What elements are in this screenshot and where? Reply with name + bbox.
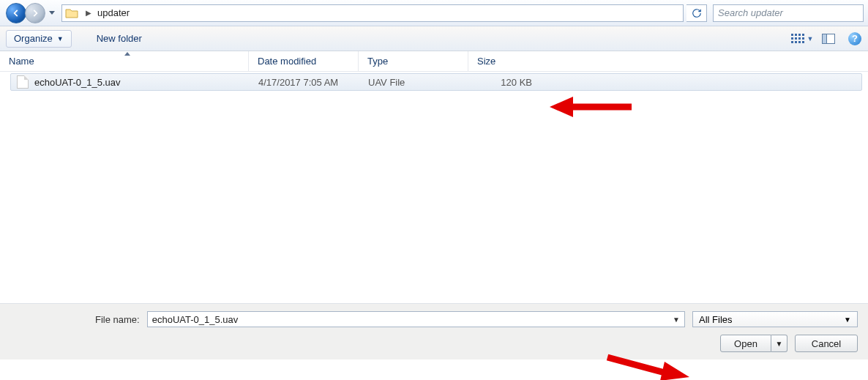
nav-history-buttons xyxy=(6,3,59,23)
file-name: echoUAT-0_1_5.uav xyxy=(34,77,121,88)
help-button[interactable]: ? xyxy=(848,31,862,46)
navigation-bar: ▶ updater Search updater xyxy=(0,0,868,26)
preview-pane-button[interactable] xyxy=(821,31,836,46)
file-list[interactable]: echoUAT-0_1_5.uav 4/17/2017 7:05 AM UAV … xyxy=(0,72,868,303)
chevron-down-icon: ▼ xyxy=(844,316,851,324)
file-size: 120 KB xyxy=(469,77,532,88)
chevron-down-icon[interactable]: ▼ xyxy=(673,316,680,324)
file-type-filter[interactable]: All Files ▼ xyxy=(692,311,858,327)
help-icon: ? xyxy=(848,32,861,45)
new-folder-button[interactable]: New folder xyxy=(89,33,149,44)
refresh-button[interactable] xyxy=(686,4,707,22)
chevron-right-icon: ▶ xyxy=(86,9,91,17)
preview-pane-icon xyxy=(822,34,835,44)
command-bar: Organize ▼ New folder ▼ ? xyxy=(0,26,868,51)
organize-label: Organize xyxy=(14,33,53,44)
search-input[interactable]: Search updater xyxy=(713,4,864,22)
forward-button[interactable] xyxy=(25,3,45,23)
file-type: UAV File xyxy=(359,77,469,88)
open-button[interactable]: Open xyxy=(720,335,771,352)
column-header-size[interactable]: Size xyxy=(468,51,542,71)
open-split-button[interactable]: ▼ xyxy=(771,335,787,352)
breadcrumb-folder-text: updater xyxy=(97,7,130,18)
bottom-panel: File name: echoUAT-0_1_5.uav ▼ All Files… xyxy=(0,303,868,359)
column-header-type[interactable]: Type xyxy=(359,51,468,71)
view-options-button[interactable]: ▼ xyxy=(795,31,809,46)
file-name-label: File name: xyxy=(95,314,140,325)
cancel-button[interactable]: Cancel xyxy=(795,335,858,352)
details-view-icon xyxy=(791,34,804,43)
recent-locations-button[interactable] xyxy=(45,3,59,23)
file-date: 4/17/2017 7:05 AM xyxy=(250,77,359,88)
file-type-filter-label: All Files xyxy=(699,314,733,325)
chevron-down-icon: ▼ xyxy=(57,35,64,42)
toolbar-right: ▼ ? xyxy=(795,26,862,51)
file-name-value: echoUAT-0_1_5.uav xyxy=(152,314,239,325)
back-button[interactable] xyxy=(6,3,26,23)
column-header-date[interactable]: Date modified xyxy=(249,51,359,71)
organize-button[interactable]: Organize ▼ xyxy=(6,30,72,48)
file-row[interactable]: echoUAT-0_1_5.uav 4/17/2017 7:05 AM UAV … xyxy=(10,73,862,91)
folder-icon xyxy=(62,7,81,18)
breadcrumb-folder[interactable]: updater xyxy=(96,5,131,21)
search-placeholder: Search updater xyxy=(718,7,783,18)
file-name-input[interactable]: echoUAT-0_1_5.uav ▼ xyxy=(147,311,685,327)
breadcrumb-root[interactable]: ▶ xyxy=(81,5,96,21)
file-icon xyxy=(17,75,29,89)
column-header-name[interactable]: Name xyxy=(0,51,249,71)
column-headers: Name Date modified Type Size xyxy=(0,51,868,72)
open-button-group: Open ▼ xyxy=(720,335,787,352)
address-bar[interactable]: ▶ updater xyxy=(61,4,684,22)
